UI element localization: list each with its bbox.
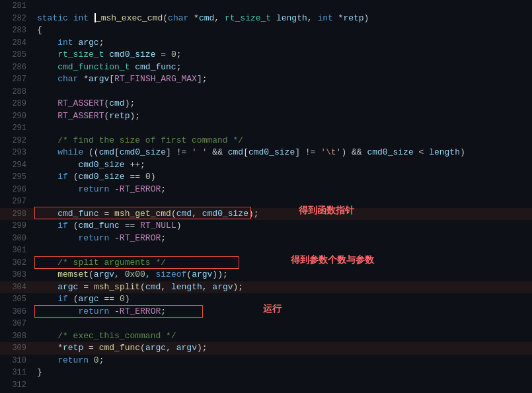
line-content: rt_size_t cmd0_size = 0; — [34, 49, 532, 61]
line-content: /* find the size of first command */ — [34, 135, 532, 147]
line-number: 311 — [0, 367, 34, 379]
code-editor: 281 282 static int _msh_exec_cmd(char *c… — [0, 0, 532, 393]
code-line: 299 if (cmd_func == RT_NULL) — [0, 220, 532, 232]
line-number: 299 — [0, 220, 34, 232]
code-line: 284 int argc; — [0, 37, 532, 50]
code-line: 293 while ((cmd[cmd0_size] != ' ' && cmd… — [0, 147, 532, 159]
line-number: 312 — [0, 379, 34, 392]
code-line: 295 if (cmd0_size == 0) — [0, 171, 532, 184]
line-content: cmd_function_t cmd_func; — [34, 61, 532, 74]
line-content: return -RT_ERROR; — [34, 184, 532, 196]
line-content: int argc; — [34, 37, 532, 50]
line-number: 287 — [0, 73, 34, 86]
line-content: cmd_func = msh_get_cmd(cmd, cmd0_size); — [34, 208, 532, 221]
line-content: while ((cmd[cmd0_size] != ' ' && cmd[cmd… — [34, 147, 532, 159]
annotation-get-args: 得到参数个数与参数 — [291, 254, 374, 266]
line-content: *retp = cmd_func(argc, argv); — [34, 342, 532, 355]
line-number: 306 — [0, 306, 34, 318]
line-number: 283 — [0, 24, 34, 37]
code-line: 303 memset(argv, 0x00, sizeof(argv)); — [0, 269, 532, 281]
line-content: if (argc == 0) — [34, 293, 532, 306]
line-content: memset(argv, 0x00, sizeof(argv)); — [34, 269, 532, 281]
code-line: 300 return -RT_ERROR; — [0, 232, 532, 245]
code-line-highlighted: 309 *retp = cmd_func(argc, argv); — [0, 342, 532, 355]
line-number: 309 — [0, 342, 34, 355]
line-content: cmd0_size ++; — [34, 159, 532, 172]
line-number: 304 — [0, 281, 34, 294]
code-line: 302 /* split arguments */ — [0, 257, 532, 269]
line-number: 310 — [0, 355, 34, 367]
line-number: 289 — [0, 98, 34, 110]
line-content: /* exec_this_command */ — [34, 330, 532, 343]
code-line-highlighted: 298 cmd_func = msh_get_cmd(cmd, cmd0_siz… — [0, 208, 532, 221]
code-line: 311 } — [0, 367, 532, 379]
line-number: 297 — [0, 196, 34, 208]
line-content: RT_ASSERT(retp); — [34, 110, 532, 123]
line-content: } — [34, 367, 532, 379]
code-line: 296 return -RT_ERROR; — [0, 184, 532, 196]
code-line: 294 cmd0_size ++; — [0, 159, 532, 172]
code-line: 310 return 0; — [0, 355, 532, 367]
line-number: 284 — [0, 37, 34, 50]
line-number: 296 — [0, 184, 34, 196]
line-number: 281 — [0, 0, 34, 13]
line-content: return 0; — [34, 355, 532, 367]
code-line: 283 { — [0, 24, 532, 37]
line-content: char *argv[RT_FINSH_ARG_MAX]; — [34, 73, 532, 86]
line-number: 300 — [0, 232, 34, 245]
code-line: 301 — [0, 244, 532, 257]
code-line: 287 char *argv[RT_FINSH_ARG_MAX]; — [0, 73, 532, 86]
code-line: 281 — [0, 0, 532, 13]
line-number: 303 — [0, 269, 34, 281]
line-number: 298 — [0, 208, 34, 221]
code-line: 285 rt_size_t cmd0_size = 0; — [0, 49, 532, 61]
annotation-run: 运行 — [263, 303, 282, 315]
line-content: RT_ASSERT(cmd); — [34, 98, 532, 110]
line-number: 293 — [0, 147, 34, 159]
code-line: 290 RT_ASSERT(retp); — [0, 110, 532, 123]
code-line: 288 — [0, 86, 532, 98]
code-line: 308 /* exec_this_command */ — [0, 330, 532, 343]
line-content: argc = msh_split(cmd, length, argv); — [34, 281, 532, 294]
line-number: 288 — [0, 86, 34, 98]
line-number: 286 — [0, 61, 34, 74]
code-line: 289 RT_ASSERT(cmd); — [0, 98, 532, 110]
annotation-get-cmd: 得到函数指针 — [299, 205, 354, 217]
line-number: 294 — [0, 159, 34, 172]
line-number: 292 — [0, 135, 34, 147]
line-number: 301 — [0, 244, 34, 257]
code-line-highlighted: 304 argc = msh_split(cmd, length, argv); — [0, 281, 532, 294]
code-line: 292 /* find the size of first command */ — [0, 135, 532, 147]
line-number: 302 — [0, 257, 34, 269]
line-number: 291 — [0, 122, 34, 135]
code-line: 297 — [0, 196, 532, 208]
code-line: 291 — [0, 122, 532, 135]
line-number: 308 — [0, 330, 34, 343]
line-number: 295 — [0, 171, 34, 184]
line-number: 290 — [0, 110, 34, 123]
code-line: 312 — [0, 379, 532, 392]
line-number: 285 — [0, 49, 34, 61]
line-number: 307 — [0, 318, 34, 330]
line-content: static int _msh_exec_cmd(char *cmd, rt_s… — [34, 13, 532, 25]
line-content: { — [34, 24, 532, 37]
line-content: return -RT_ERROR; — [34, 232, 532, 245]
line-content: return -RT_ERROR; — [34, 306, 532, 318]
code-line: 286 cmd_function_t cmd_func; — [0, 61, 532, 74]
line-content: if (cmd0_size == 0) — [34, 171, 532, 184]
code-line: 282 static int _msh_exec_cmd(char *cmd, … — [0, 13, 532, 25]
line-content: /* split arguments */ — [34, 257, 532, 269]
line-number: 282 — [0, 13, 34, 25]
code-line: 307 — [0, 318, 532, 330]
line-content: if (cmd_func == RT_NULL) — [34, 220, 532, 232]
line-number: 305 — [0, 293, 34, 306]
